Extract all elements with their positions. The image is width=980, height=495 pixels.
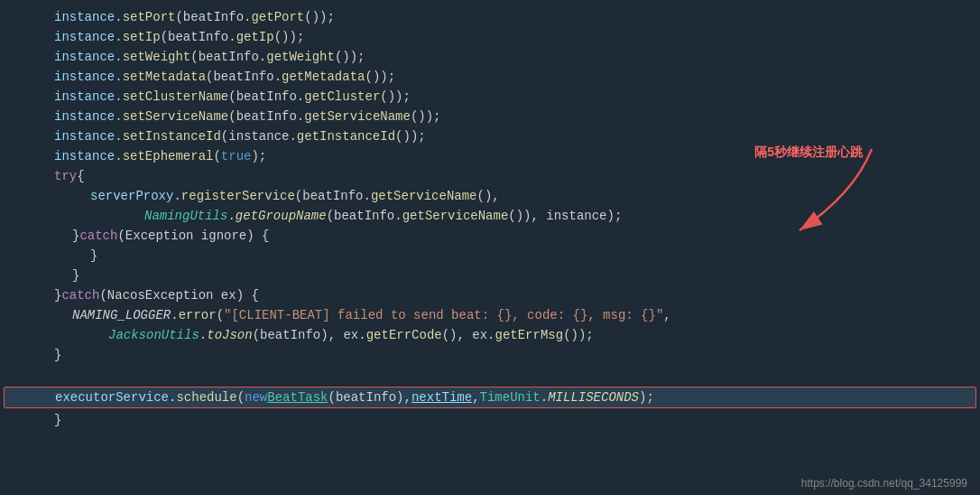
- code-line: [0, 365, 980, 385]
- code-line: JacksonUtils.toJson(beatInfo), ex.getErr…: [0, 325, 980, 345]
- code-line: instance.setClusterName(beatInfo.getClus…: [0, 87, 980, 107]
- code-token: (beatInfo.: [161, 27, 236, 47]
- code-token: setWeight: [123, 47, 191, 67]
- code-token: ()), instance);: [508, 206, 622, 226]
- code-token: (beatInfo), ex.: [253, 325, 366, 345]
- code-line: }: [0, 246, 980, 266]
- code-line: serverProxy.registerService(beatInfo.get…: [0, 186, 980, 206]
- code-token: MILLISECONDS: [548, 388, 639, 407]
- code-token: nextTime: [411, 388, 472, 407]
- code-token: (instance.: [221, 126, 297, 146]
- code-token: getMetadata: [282, 67, 365, 87]
- code-token: }: [90, 246, 97, 266]
- code-token: .: [173, 186, 180, 206]
- code-token: ());: [365, 67, 395, 87]
- code-token: registerService: [181, 186, 295, 206]
- code-token: (beatInfo.: [327, 206, 402, 226]
- code-token: }: [54, 410, 61, 430]
- code-token: setIp: [123, 27, 161, 47]
- code-token: instance: [54, 27, 115, 47]
- code-token: }: [72, 226, 79, 246]
- code-token: (beatInfo.: [175, 7, 251, 27]
- code-token: (beatInfo.: [228, 87, 304, 107]
- code-token: instance: [54, 87, 115, 107]
- code-token: .: [115, 146, 122, 166]
- code-token: .: [115, 47, 122, 67]
- code-token: error: [179, 305, 217, 325]
- code-token: getErrMsg: [495, 325, 564, 345]
- code-token: BeatTask: [267, 388, 328, 407]
- code-token: executorService: [55, 388, 169, 407]
- code-token: getServiceName: [304, 107, 411, 126]
- code-token: ());: [274, 27, 305, 47]
- code-line: }: [0, 345, 980, 365]
- code-token: instance: [54, 126, 115, 146]
- code-token: (beatInfo.: [190, 47, 266, 67]
- code-token: .: [115, 7, 122, 27]
- code-line: instance.setMetadata(beatInfo.getMetadat…: [0, 67, 980, 87]
- code-line: } catch (NacosException ex) {: [0, 285, 980, 305]
- code-token: instance: [54, 47, 115, 67]
- code-token: true: [221, 146, 252, 166]
- code-token: catch: [79, 226, 117, 246]
- code-line: instance.setPort(beatInfo.getPort());: [0, 7, 980, 27]
- code-line: try {: [0, 166, 980, 186]
- code-token: ());: [380, 87, 411, 107]
- code-line: } catch (Exception ignore) {: [0, 226, 980, 246]
- code-token: setInstanceId: [123, 126, 221, 146]
- code-token: .: [541, 388, 548, 407]
- code-token: "[CLIENT-BEAT] failed to send beat: {}, …: [224, 305, 663, 325]
- code-token: ());: [395, 126, 426, 146]
- code-token: instance: [54, 67, 115, 87]
- code-lines: instance.setPort(beatInfo.getPort()); in…: [0, 0, 980, 437]
- code-token: getIp: [236, 27, 274, 47]
- code-token: setMetadata: [123, 67, 206, 87]
- code-token: .: [169, 388, 176, 407]
- code-token: (NacosException ex) {: [99, 285, 258, 305]
- code-token: ());: [411, 107, 441, 126]
- code-token: getServiceName: [371, 186, 477, 206]
- code-token: JacksonUtils: [108, 325, 199, 345]
- code-token: (beatInfo.: [228, 107, 304, 126]
- code-token: instance: [54, 7, 115, 27]
- code-token: catch: [61, 285, 99, 305]
- code-token: .: [115, 126, 122, 146]
- code-token: (: [237, 388, 245, 407]
- code-token: }: [72, 266, 79, 285]
- code-token: .: [115, 67, 122, 87]
- code-token: .: [115, 87, 122, 107]
- code-token: .: [115, 27, 122, 47]
- code-token: getPort: [251, 7, 304, 27]
- code-token: }: [54, 345, 61, 365]
- code-token: .: [115, 107, 122, 126]
- code-token: TimeUnit: [480, 388, 541, 407]
- code-token: (beatInfo.: [206, 67, 282, 87]
- code-token: }: [54, 285, 61, 305]
- code-line: instance.setInstanceId(instance.getInsta…: [0, 126, 980, 146]
- code-line: NAMING_LOGGER.error("[CLIENT-BEAT] faile…: [0, 305, 980, 325]
- code-token: try: [54, 166, 77, 186]
- code-token: getErrCode: [366, 325, 442, 345]
- code-token: .: [171, 305, 178, 325]
- code-token: (Exception ignore) {: [117, 226, 269, 246]
- code-token: (),: [477, 186, 500, 206]
- code-token: NamingUtils: [144, 206, 227, 226]
- code-token: ());: [563, 325, 594, 345]
- code-token: (: [213, 146, 220, 166]
- code-token: ,: [472, 388, 479, 407]
- code-token: );: [251, 146, 266, 166]
- code-token: getInstanceId: [297, 126, 395, 146]
- code-token: .: [227, 206, 235, 226]
- code-token: ());: [304, 7, 335, 27]
- code-line: }: [0, 410, 980, 430]
- code-editor: instance.setPort(beatInfo.getPort()); in…: [0, 0, 980, 495]
- code-token: instance: [54, 146, 115, 166]
- code-token: ,: [663, 305, 670, 325]
- code-token: ());: [335, 47, 365, 67]
- highlighted-code-line: executorService.schedule(new BeatTask(be…: [4, 387, 976, 408]
- code-token: getWeight: [266, 47, 335, 67]
- footer-url: https://blog.csdn.net/qq_34125999: [801, 477, 967, 490]
- code-token: instance: [54, 107, 115, 126]
- code-line: instance.setWeight(beatInfo.getWeight())…: [0, 47, 980, 67]
- code-token: );: [639, 388, 654, 407]
